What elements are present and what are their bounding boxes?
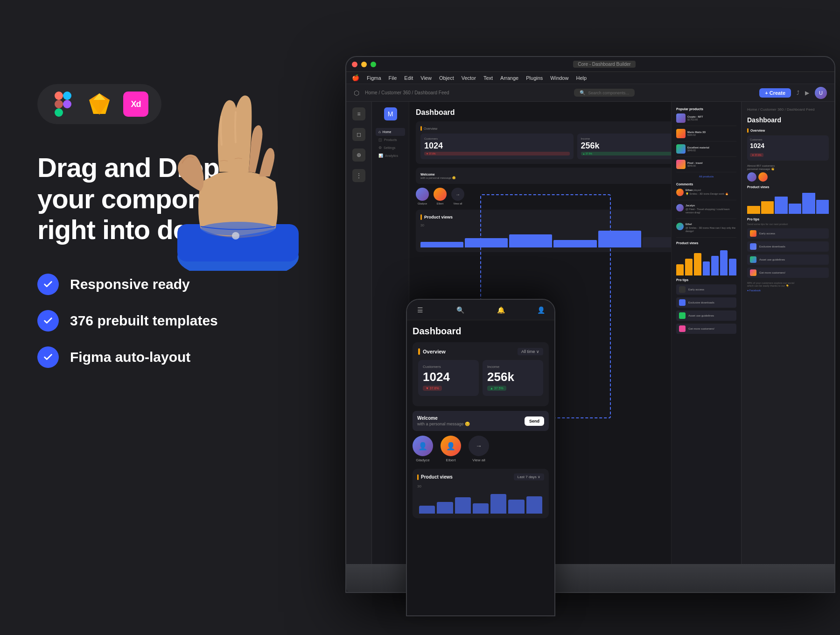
phone-product-views: Product views Last 7 days ∨ 30 (413, 469, 549, 518)
bar-3 (509, 234, 552, 247)
right-avatar-2 (758, 172, 768, 182)
search-bar[interactable]: 🔍 Search components... (574, 89, 635, 97)
phone-chart-area (417, 490, 544, 514)
phone-chart-bar-6 (508, 500, 524, 514)
phone-avatar-img-1: 👤 (413, 436, 433, 456)
rc-bar-5 (802, 193, 815, 214)
analytics-icon: 📊 (378, 154, 383, 158)
phone-avatar-2: 👤 Elbert (441, 436, 461, 462)
menu-edit[interactable]: Edit (404, 75, 413, 81)
product-info-3: Excellent material $849.82 (687, 146, 736, 152)
bar-1 (420, 242, 463, 247)
figma-right-panel: Home / Customer 360 / Dashboard Feed Das… (741, 102, 834, 592)
right-pro-tip-2: Exclusive downloads (747, 241, 829, 252)
figma-icon (50, 92, 76, 117)
pages-icon[interactable]: ⊕ (352, 148, 365, 162)
avatar-2: Elbert (434, 188, 447, 205)
menu-window[interactable]: Window (550, 75, 568, 81)
pro-tip-icon-2 (679, 299, 686, 306)
create-button[interactable]: + Create (759, 88, 791, 98)
phone-welcome-sub: with a personal message 😊 (417, 422, 470, 426)
mini-bar-6 (720, 250, 728, 275)
comment-3: Ethel @ Smiles - 3D icons How can I buy … (676, 223, 736, 238)
check-icon-1 (37, 274, 59, 295)
phone-avatar-icon: 👤 (536, 304, 547, 316)
right-facebook-link[interactable]: ● Facebook (747, 289, 829, 292)
customers-card: Customers 1024 ▼ 37.6% (420, 134, 574, 159)
right-product-views-title: Product views (747, 185, 829, 189)
phone-search-icon[interactable]: 🔍 (455, 304, 466, 316)
right-social-label: 68% of your customers explore our social… (747, 282, 829, 287)
menu-vector[interactable]: Vector (462, 75, 476, 81)
phone-chart-bar-2 (437, 502, 453, 514)
right-pro-icon-3 (750, 256, 756, 263)
right-pro-text-4: Get more customers! (759, 271, 785, 274)
phone-chart-label: 30 (417, 484, 544, 488)
product-price-2: $100.62 (687, 134, 736, 136)
phone-notification-icon[interactable]: 🔔 (495, 304, 506, 316)
avatar-name-2: Elbert (437, 202, 443, 205)
phone-avatar-1: 👤 Gladyce (413, 436, 433, 462)
phone-welcome: Welcome with a personal message 😊 Send (413, 411, 549, 431)
components-icon[interactable]: ⋮ (352, 169, 365, 182)
all-products-link[interactable]: All products (676, 175, 736, 178)
svg-rect-0 (55, 92, 63, 100)
view-all-btn[interactable]: → View all (451, 188, 464, 205)
welcome-label: Welcome (420, 173, 455, 176)
right-avatar-1 (747, 172, 756, 182)
mini-bar-1 (676, 264, 684, 275)
home-icon: ⌂ (378, 130, 381, 134)
right-pro-text-1: Early access (759, 232, 775, 235)
customers-value: 1024 (424, 141, 570, 151)
right-pro-icon-4 (750, 269, 756, 276)
dot-maximize (371, 62, 376, 67)
bar-5 (598, 231, 641, 247)
nav-products[interactable]: ◫ Products (376, 136, 405, 144)
menu-figma[interactable]: Figma (367, 75, 381, 81)
menu-plugins[interactable]: Plugins (526, 75, 543, 81)
rc-bar-4 (789, 204, 802, 214)
layers-icon[interactable]: ≡ (352, 107, 365, 120)
phone-avatar-name-2: Elbert (446, 458, 456, 462)
menu-view[interactable]: View (420, 75, 432, 81)
comment-text-1: Ethan played 💡 Smiles - 3D icons Design … (686, 189, 728, 196)
label-accent (420, 214, 422, 220)
phone-pv-select[interactable]: Last 7 days ∨ (514, 473, 544, 480)
nav-home[interactable]: ⌂ Home (376, 128, 405, 136)
right-avatars (747, 172, 829, 182)
user-avatar: U (815, 87, 827, 99)
phone-time-select[interactable]: All time ∨ (518, 348, 543, 355)
phone-customers-stat: Customers 1024 ▼ 37.6% (418, 360, 479, 396)
toolbar-move-icon[interactable]: ⬡ (354, 89, 359, 97)
mini-bar-4 (703, 261, 710, 275)
right-customers-badge: ▼ 37.6% (750, 153, 763, 157)
comment-avatar-2 (676, 204, 684, 212)
phone-send-btn[interactable]: Send (525, 416, 544, 426)
nav-analytics[interactable]: 📊 Analytics (376, 152, 405, 160)
phone-menu-icon[interactable]: ☰ (414, 304, 426, 316)
menu-arrange[interactable]: Arrange (500, 75, 518, 81)
nav-settings[interactable]: ⚙ Settings (376, 144, 405, 152)
pro-tip-text-4: Get more customers! (688, 327, 714, 330)
menu-object[interactable]: Object (439, 75, 454, 81)
phone-overview-label: Overview (418, 348, 446, 355)
right-accent (747, 128, 749, 133)
share-icon[interactable]: ⤴ (797, 90, 799, 96)
rc-bar-1 (747, 206, 760, 214)
customers-badge: ▼ 37.6% (424, 152, 570, 155)
menu-file[interactable]: File (389, 75, 397, 81)
menu-help[interactable]: Help (576, 75, 587, 81)
phone-overview-card: Overview All time ∨ Customers 1024 ▼ 37.… (413, 342, 549, 406)
play-icon[interactable]: ▶ (805, 90, 809, 96)
right-customers-label: Customers (750, 138, 826, 141)
mini-bar-2 (685, 259, 693, 275)
mini-bar-7 (729, 259, 736, 275)
menu-text[interactable]: Text (483, 75, 493, 81)
pro-tip-icon-1 (679, 286, 686, 293)
main-heading: Drag and Drop your components right into… (37, 152, 280, 246)
feature-item-3: Figma auto-layout (37, 346, 280, 368)
tool-icons-container: Xd (37, 84, 161, 124)
assets-icon[interactable]: ◻ (352, 128, 365, 141)
phone-view-all[interactable]: → View all (469, 436, 489, 462)
right-area: Core - Dashboard Builder 🍎 Figma File Ed… (322, 28, 840, 616)
